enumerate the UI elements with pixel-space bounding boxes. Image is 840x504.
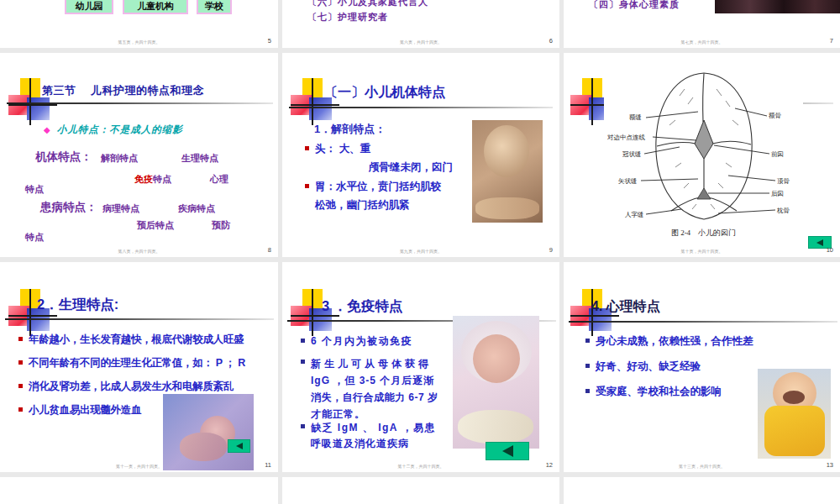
bullet-text: 头： 大、重 — [315, 142, 370, 156]
green-box-kindergarten: 幼儿园 — [65, 0, 113, 14]
slide-footer: 第十二页，共四十四页。 — [282, 464, 559, 469]
bullet-text-line: 消失，自行合成能力 6-7 岁 — [311, 389, 438, 406]
left-triangle-icon — [816, 239, 823, 246]
bullet-continuation: 颅骨缝未闭，囟门 — [369, 160, 453, 175]
feature-item: 解剖特点 — [101, 152, 138, 165]
title-rule — [7, 102, 273, 104]
bullet-square-icon — [585, 339, 590, 343]
slide-footer: 第八页，共四十四页。 — [0, 249, 278, 254]
bullet-square-icon — [301, 424, 305, 428]
slide-title: 2．生理特点: — [37, 296, 118, 314]
slide-thumbnail-5[interactable]: 幼儿园 儿童机构 学校 第五页，共四十四页。 5 — [0, 0, 278, 48]
bullet-text: 6 个月内为被动免疫 — [311, 334, 412, 349]
photo-crying-baby-yellow — [758, 369, 831, 459]
title-rule — [5, 318, 274, 320]
bullet-text-line: 缺乏 IgM 、 IgA ，易患 — [311, 420, 436, 436]
slide-thumbnail-12[interactable]: 3 ．免疫特点 6 个月内为被动免疫 新生儿可从母体获得 IgG ，但 3-5 … — [282, 262, 559, 472]
bullet-text: 年龄越小，生长发育越快，根底代谢较成人旺盛 — [29, 333, 244, 347]
photo-cropped-dark — [715, 0, 840, 13]
feature-item: 疾病特点 — [178, 202, 215, 215]
diagram-label-sagittal-suture: 矢状缝 — [618, 177, 638, 186]
slide-thumbnail-16[interactable] — [564, 477, 840, 504]
photo-baby-hooded-towel — [453, 316, 539, 449]
left-triangle-icon — [236, 443, 243, 449]
bullet-text-wrap: 松弛，幽门括约肌紧 — [315, 198, 410, 213]
diagram-label-lambdoid-suture: 人字缝 — [625, 211, 644, 219]
slide-footer: 第六页，共四十四页。 — [282, 39, 559, 45]
slide-subtitle: 小儿特点：不是成人的缩影 — [57, 123, 183, 136]
diagram-label-anterior-fontanelle: 前囟 — [771, 150, 784, 159]
slide-thumbnail-14[interactable] — [0, 477, 278, 504]
diagram-label-posterior-fontanelle: 后囟 — [771, 190, 784, 198]
slide-thumbnail-8[interactable]: 第三节 儿科护理的特点和理念 ◆ 小儿特点：不是成人的缩影 机体特点： 解剖特点… — [0, 53, 278, 257]
bullet-text: 受家庭、学校和社会的影响 — [596, 385, 722, 399]
bullet-square-icon — [585, 364, 590, 368]
green-box-school: 学校 — [197, 0, 232, 14]
bullet-text: 身心未成熟，依赖性强，合作性差 — [596, 334, 753, 349]
back-button[interactable] — [228, 439, 250, 453]
diamond-bullet-icon: ◆ — [44, 125, 50, 134]
slide-footer: 第九页，共四十四页。 — [282, 249, 559, 254]
diagram-label-frontal-bone: 额骨 — [769, 112, 781, 120]
back-button[interactable] — [486, 442, 529, 460]
diagram-label-midpoint-line: 对边中点连线 — [607, 134, 645, 142]
bullet-text-line: 新生儿可从母体获得 — [311, 355, 438, 372]
bullet-text-line: 呼吸道及消化道疾病 — [311, 436, 436, 452]
bullet-square-icon — [18, 360, 23, 365]
bullet-square-icon — [585, 389, 590, 393]
fontanelle-diagram: 额缝 对边中点连线 冠状缝 矢状缝 人字缝 额骨 前囟 顶骨 后囟 枕骨 图 2… — [604, 66, 803, 244]
slide-page-number: 5 — [268, 37, 271, 45]
slide-page-number: 6 — [549, 37, 553, 45]
title-rule — [289, 107, 553, 108]
slide-page-number: 12 — [546, 461, 553, 469]
slide-thumbnail-9[interactable]: 〔一〕小儿机体特点 1．解剖特点： 头： 大、重 颅骨缝未闭，囟门 胃：水平位，… — [282, 53, 559, 257]
slide-footer: 第七页，共四十四页。 — [564, 39, 840, 45]
slide-footer: 第十页，共四十四页。 — [564, 249, 840, 254]
bullet-square-icon — [301, 360, 305, 364]
feature-item: 特点 — [153, 174, 171, 184]
slide-footer: 第十三页，共四十四页。 — [564, 464, 840, 469]
slide-title: 3 ．免疫特点 — [322, 297, 402, 316]
bullet-square-icon — [18, 384, 23, 388]
group-label: 患病特点： — [40, 200, 97, 215]
slide-thumbnail-11[interactable]: 2．生理特点: 年龄越小，生长发育越快，根底代谢较成人旺盛 不同年龄有不同的生理… — [0, 262, 278, 472]
feature-item-wrap: 特点 — [25, 183, 44, 196]
slide-thumbnail-10[interactable]: 额缝 对边中点连线 冠状缝 矢状缝 人字缝 额骨 前囟 顶骨 后囟 枕骨 图 2… — [564, 53, 840, 257]
feature-item-wrap: 特点 — [25, 231, 44, 244]
photo-baby-crawling — [472, 120, 543, 223]
slide-page-number: 11 — [265, 461, 271, 469]
title-rule — [569, 321, 837, 323]
slide-thumbnail-6[interactable]: 〔六〕小儿及其家庭代言人 〔七〕护理研究者 第六页，共四十四页。 6 — [282, 0, 559, 48]
bullet-square-icon — [305, 146, 309, 150]
slide-page-number: 13 — [827, 461, 833, 469]
bullet-square-icon — [18, 337, 23, 341]
bullet-text: 小儿贫血易出现髓外造血 — [29, 403, 141, 417]
bullet-square-icon — [18, 407, 23, 412]
diagram-caption: 图 2-4 小儿的囟门 — [604, 228, 803, 239]
outline-item: 〔七〕护理研究者 — [307, 11, 388, 24]
slide-page-number: 9 — [549, 246, 553, 254]
diagram-label-coronal-suture: 冠状缝 — [622, 150, 642, 159]
diagram-label-parietal-bone: 顶骨 — [777, 177, 790, 186]
group-label: 机体特点： — [35, 150, 92, 165]
feature-item: 心理 — [210, 173, 228, 186]
bullet-square-icon — [305, 184, 309, 188]
slide-page-number: 8 — [268, 246, 271, 254]
feature-item: 病理特点 — [102, 202, 139, 215]
bullet-square-icon — [301, 339, 305, 343]
slide-page-number: 10 — [827, 246, 833, 254]
slide-thumbnail-15[interactable] — [282, 477, 559, 504]
feature-item-red: 免疫 — [134, 174, 153, 184]
outline-item: 〔六〕小儿及其家庭代言人 — [307, 0, 428, 8]
slide-title: 第三节 儿科护理的特点和理念 — [42, 83, 204, 98]
slide-title: 4. 心理特点 — [591, 298, 660, 316]
left-triangle-icon — [502, 445, 513, 457]
slide-thumbnail-7[interactable]: 〔四〕身体心理素质 第七页，共四十四页。 7 — [564, 0, 840, 48]
photo-newborn-baby — [163, 394, 254, 470]
slide-thumbnail-13[interactable]: 4. 心理特点 身心未成熟，依赖性强，合作性差 好奇、好动、缺乏经验 受家庭、学… — [564, 262, 840, 472]
feature-item: 生理特点 — [181, 152, 218, 165]
diagram-label-occipital-bone: 枕骨 — [777, 207, 790, 215]
slide-title: 〔一〕小儿机体特点 — [324, 84, 445, 102]
diagram-label-frontal-suture: 额缝 — [629, 113, 642, 122]
bullet-text: 不同年龄有不同的生理生化正常值，如： P ； R — [29, 356, 245, 370]
